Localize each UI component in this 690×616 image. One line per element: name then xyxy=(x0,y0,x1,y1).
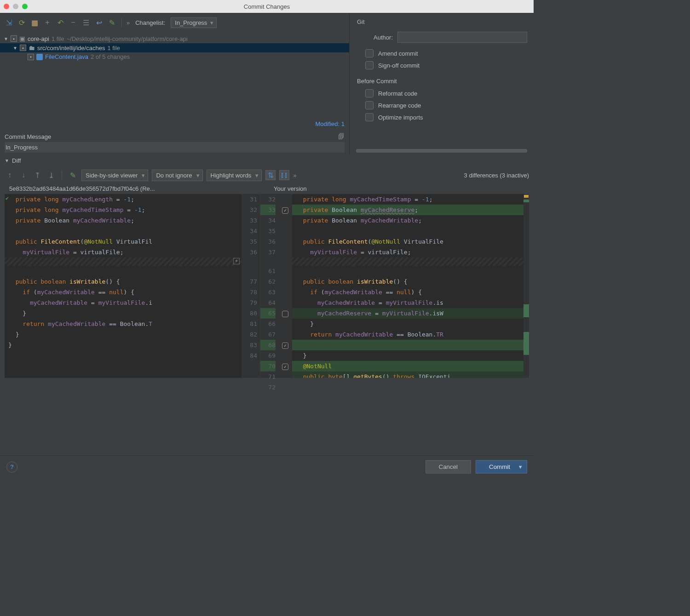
remove-icon[interactable]: − xyxy=(68,17,78,28)
code-line xyxy=(5,226,242,236)
chevron-down-icon[interactable]: ▼ xyxy=(5,158,9,163)
sync-scroll-icon[interactable]: ⫿⫿ xyxy=(279,170,289,180)
modified-summary: Modified: 1 xyxy=(0,119,349,130)
code-line: private long myCachedLength = -1; xyxy=(5,194,242,205)
diff-left-pane[interactable]: ✔ private long myCachedLength = -1; priv… xyxy=(5,194,242,378)
code-line: @NotNull xyxy=(292,361,529,371)
diff-viewer[interactable]: ✔ private long myCachedLength = -1; priv… xyxy=(5,194,529,378)
tree-folder-row[interactable]: ▼ ▪ 🖿 src/com/intellij/ide/caches 1 file xyxy=(0,43,349,52)
commit-button[interactable]: Commit xyxy=(476,460,527,473)
code-line: private Boolean myCachedReserve; xyxy=(292,205,529,215)
highlight-dropdown[interactable]: Highlight words xyxy=(207,170,262,181)
changelist-value: In_Progress xyxy=(175,19,207,26)
fold-separator[interactable]: + xyxy=(5,257,242,266)
viewer-mode-dropdown[interactable]: Side-by-side viewer xyxy=(81,170,148,181)
dialog-footer: ? Cancel Commit xyxy=(0,455,534,478)
prev-file-icon[interactable]: ⤒ xyxy=(32,170,42,180)
changelist-label: Changelist: xyxy=(135,19,165,26)
settings-icon[interactable]: ✎ xyxy=(107,17,117,28)
diff-right-pane[interactable]: private long myCachedTimeStamp = -1; pri… xyxy=(292,194,529,378)
highlight-label: Highlight words xyxy=(211,172,252,179)
help-button[interactable]: ? xyxy=(6,462,17,473)
code-line: private Boolean myCachedWritable; xyxy=(292,215,529,226)
add-icon[interactable]: + xyxy=(42,17,52,28)
java-file-icon xyxy=(36,54,43,60)
tree-module-row[interactable]: ▼ ▪ ▣ core-api 1 file ~/Desktop/intellij… xyxy=(0,34,349,43)
git-section-title: Git xyxy=(357,18,527,25)
chevron-down-icon[interactable]: ▼ xyxy=(4,36,8,41)
cancel-button[interactable]: Cancel xyxy=(426,460,472,473)
chevron-down-icon[interactable]: ▼ xyxy=(13,46,17,51)
changelist-dropdown[interactable]: In_Progress xyxy=(171,17,217,28)
code-line: } xyxy=(5,308,242,319)
commit-message-input[interactable] xyxy=(5,142,345,153)
diff-left-title: 5e8332b2ad63484aa1d66de356572d7fbd7f04c6… xyxy=(5,185,264,192)
viewer-mode-label: Side-by-side viewer xyxy=(86,172,138,179)
rearrange-label: Rearrange code xyxy=(378,102,421,109)
warning-marker-icon[interactable] xyxy=(524,195,529,198)
code-line: private long myCachedTimeStamp = -1; xyxy=(292,194,529,205)
whitespace-dropdown[interactable]: Do not ignore xyxy=(152,170,202,181)
folder-file-count: 1 file xyxy=(107,45,120,51)
include-change-checkbox[interactable]: ✓ xyxy=(282,207,288,214)
move-to-changelist-icon[interactable]: ▦ xyxy=(29,17,40,28)
change-marker-icon[interactable] xyxy=(523,304,529,317)
reformat-label: Reformat code xyxy=(378,90,417,97)
reformat-checkbox[interactable] xyxy=(365,89,374,97)
author-label: Author: xyxy=(365,34,393,41)
module-file-count: 1 file xyxy=(52,35,64,42)
optimize-checkbox[interactable] xyxy=(365,113,374,121)
changes-toolbar: ⇲ ⟳ ▦ + ↶ − ☰ ↩ ✎ » Changelist: In_Progr… xyxy=(0,13,349,32)
code-line: return myCachedWritable == Boolean.TR xyxy=(292,329,529,340)
refresh-icon[interactable]: ⟳ xyxy=(17,17,27,28)
fold-separator[interactable] xyxy=(292,257,529,266)
include-change-checkbox[interactable]: ✓ xyxy=(282,364,288,370)
undo-icon[interactable]: ↩ xyxy=(94,17,104,28)
show-diff-icon[interactable]: ⇲ xyxy=(4,17,14,28)
change-marker-icon[interactable] xyxy=(523,332,529,355)
code-line: myCachedReserve = myVirtualFile.isW xyxy=(292,308,529,319)
checkbox-indeterminate[interactable]: ▪ xyxy=(11,35,17,42)
chevrons-icon[interactable]: » xyxy=(293,172,296,179)
include-change-checkbox[interactable]: ✓ xyxy=(282,342,288,349)
tree-file-row[interactable]: ▪ FileContent.java 2 of 5 changes xyxy=(0,52,349,61)
code-line: public byte[] getBytes() throws IOExcept… xyxy=(292,371,529,378)
optimize-label: Optimize imports xyxy=(378,114,423,121)
window-title: Commit Changes xyxy=(0,3,534,10)
chevrons-icon[interactable]: » xyxy=(126,19,130,26)
amend-checkbox[interactable] xyxy=(365,49,374,57)
checkbox-indeterminate[interactable]: ▪ xyxy=(28,54,34,60)
prev-change-icon[interactable]: ↑ xyxy=(5,170,15,180)
code-line: public FileContent(@NotNull VirtualFile xyxy=(292,236,529,247)
code-line xyxy=(292,340,529,350)
rearrange-checkbox[interactable] xyxy=(365,101,374,109)
overview-ruler[interactable] xyxy=(523,194,529,378)
git-panel-scrollbar[interactable] xyxy=(356,149,527,153)
file-name: FileContent.java xyxy=(45,53,88,60)
before-commit-title: Before Commit xyxy=(357,78,527,85)
next-change-icon[interactable]: ↓ xyxy=(18,170,29,180)
code-line: public boolean isWritable() { xyxy=(292,276,529,287)
rollback-icon[interactable]: ↶ xyxy=(55,17,65,28)
checkbox-indeterminate[interactable]: ▪ xyxy=(20,45,26,51)
code-line: myCachedWritable = myVirtualFile.is xyxy=(292,297,529,308)
code-line: myVirtualFile = virtualFile; xyxy=(292,247,529,257)
message-history-icon[interactable]: 🗐 xyxy=(338,133,345,140)
code-line: myCachedWritable = myVirtualFile.i xyxy=(5,297,242,308)
edit-icon[interactable]: ✎ xyxy=(68,170,78,180)
file-tree[interactable]: ▼ ▪ ▣ core-api 1 file ~/Desktop/intellij… xyxy=(0,32,349,119)
module-name: core-api xyxy=(28,35,49,42)
left-line-numbers: 313233343536 7778798081828384 xyxy=(242,194,260,378)
module-path: ~/Desktop/intellij-community/platform/co… xyxy=(66,35,187,42)
whitespace-label: Do not ignore xyxy=(156,172,192,179)
group-by-icon[interactable]: ☰ xyxy=(81,17,91,28)
next-file-icon[interactable]: ⤓ xyxy=(46,170,56,180)
author-input[interactable] xyxy=(397,32,527,43)
signoff-checkbox[interactable] xyxy=(365,61,374,69)
include-change-checkbox[interactable] xyxy=(282,311,288,317)
collapse-unchanged-icon[interactable]: ⇅ xyxy=(265,170,276,180)
change-marker-icon[interactable] xyxy=(523,200,529,202)
code-line: public FileContent(@NotNull VirtualFil xyxy=(5,236,242,247)
expand-fold-icon[interactable]: + xyxy=(233,258,240,264)
code-line: } xyxy=(292,350,529,361)
